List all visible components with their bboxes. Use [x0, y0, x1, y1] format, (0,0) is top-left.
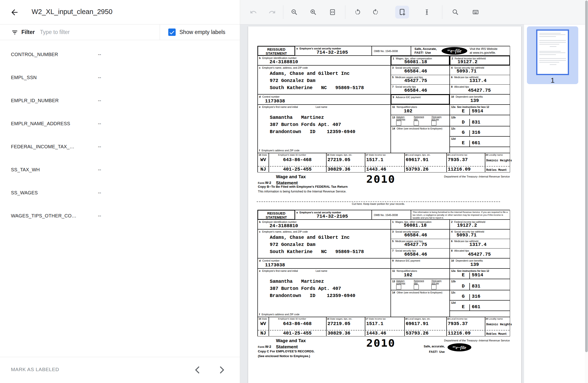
mark-as-labeled-button[interactable]: MARK AS LABELED	[11, 367, 59, 372]
label-row-federal-income-tax[interactable]: FEDERAL_INCOME_TAX_… --	[0, 144, 240, 158]
w2-state-header: 19 Local income tax	[447, 317, 467, 320]
scrollbar-thumb[interactable]	[585, 0, 588, 352]
w2-box-6: 6Medicare tax withheld1317.4	[450, 75, 510, 85]
document-area: REISSUEDSTATEMENTaEmployee's social secu…	[240, 0, 588, 383]
w2-state-header: 20 Locality name	[485, 317, 503, 320]
redo-button[interactable]	[267, 7, 277, 17]
w2-state-col-border	[404, 153, 405, 172]
w2-box-12b: 12bD831	[450, 115, 510, 126]
w2-cut-text: Cut here. Keep lower portion for your re…	[257, 202, 500, 205]
w2-employee-line: Samantha Martinez	[270, 115, 324, 120]
w2-state-value: Robles Mount	[486, 332, 507, 336]
w2-box-e-label2: Last name	[316, 105, 327, 108]
back-icon[interactable]	[10, 8, 19, 17]
w2-box-8: 8Allocated tips45427.75	[450, 84, 510, 94]
w2-state-header: 16 State wages, tips, etc.	[327, 317, 352, 320]
label-row-wages-tips-other[interactable]: WAGES_TIPS_OTHER_CO… --	[0, 213, 240, 227]
rotate-counterclockwise-button[interactable]	[353, 7, 363, 17]
thumbnail-content-line	[539, 33, 561, 34]
w2-state-header: 15 State	[259, 317, 267, 320]
w2-state-value: 401-25-455	[269, 166, 326, 172]
w2-box-12a-value: 5914	[472, 108, 483, 114]
w2-grid: REISSUEDSTATEMENTaEmployee's social secu…	[257, 210, 510, 336]
select-text-button[interactable]	[422, 7, 432, 17]
w2-state-header: 18 Local wages, tips, etc.	[405, 154, 431, 156]
thumbnail-content-line	[539, 51, 561, 52]
w2-box-12a-divider	[469, 273, 470, 279]
thumbnail-content-line	[554, 53, 564, 53]
w2-box-a: aEmployee's social security number714-32…	[295, 46, 372, 56]
w2-box-12c-label: 12c	[451, 127, 457, 130]
thumbnail-content-line	[539, 36, 556, 37]
thumbnail-content-line	[539, 40, 566, 41]
w2-title-line2: Statement	[276, 344, 298, 349]
divider	[442, 5, 442, 19]
w2-state-value: 1443.46	[366, 330, 386, 336]
previous-page-icon[interactable]	[192, 365, 203, 375]
w2-state-value: 27219.05	[328, 321, 350, 326]
search-button[interactable]	[450, 7, 461, 17]
zoom-out-button[interactable]	[289, 7, 299, 17]
w2-reissued-line1: REISSUED	[258, 211, 294, 215]
w2-state-col-border	[485, 153, 485, 172]
w2-state-value: NJ	[258, 330, 269, 336]
thumbnail-panel: 1	[524, 24, 585, 383]
w2-box-12b-label: 12b	[451, 280, 457, 283]
w2-box-12-blank	[450, 311, 510, 317]
w2-state-header: 19 Local income tax	[447, 154, 467, 156]
w2-box-12-blank	[450, 147, 510, 153]
filter-input[interactable]	[40, 27, 140, 37]
w2-state-value: 11216.09	[448, 330, 471, 336]
w2-box-7-value: 66584.46	[404, 252, 427, 257]
next-page-icon[interactable]	[216, 365, 227, 375]
w2-dept-text: Department of the Treasury--Internal Rev…	[424, 175, 510, 178]
label-value: --	[98, 52, 101, 57]
w2-box-11-value: 102	[404, 108, 412, 114]
w2-header-right: Safe, Accurate, FAST! UseIRSe~fileVisit …	[411, 46, 510, 56]
label-name: CONTROL_NUMBER	[11, 52, 58, 57]
add-bounding-box-button[interactable]	[395, 6, 409, 19]
w2-box-2-value: 19127.2	[457, 223, 477, 228]
keyboard-shortcuts-button[interactable]	[470, 7, 481, 17]
rotate-clockwise-button[interactable]	[370, 7, 381, 17]
w2-box-13-checkbox	[414, 121, 419, 125]
w2-box-b-value: 24-3188810	[270, 59, 298, 65]
w2-form-copy-B: REISSUEDSTATEMENTaEmployee's social secu…	[257, 46, 510, 200]
w2-grid: REISSUEDSTATEMENTaEmployee's social secu…	[257, 46, 510, 172]
fit-to-width-button[interactable]	[327, 7, 338, 17]
w2-state-value: 1443.46	[366, 166, 386, 172]
w2-state-value: 27219.05	[328, 157, 350, 162]
w2-box-4: 4Social security tax withheld5093.71	[450, 65, 510, 75]
w2-box-b-value: 24-3188810	[270, 223, 298, 229]
label-row-empl-ssn[interactable]: EMPL_SSN --	[0, 75, 240, 89]
w2-box-13-cb-label: Retirement plan	[414, 116, 424, 121]
label-row-ss-tax-wh[interactable]: SS_TAX_WH --	[0, 167, 240, 181]
thumbnail-content-line	[550, 64, 556, 65]
w2-state-col-border	[446, 317, 447, 336]
zoom-in-button[interactable]	[308, 7, 318, 17]
w2-box-14-label: 14Other (see enclosed Notice to Employee…	[392, 127, 442, 130]
show-empty-labels-checkbox[interactable]	[168, 28, 176, 36]
label-row-control-number[interactable]: CONTROL_NUMBER --	[0, 52, 240, 66]
w2-box-2-value: 19127.2	[458, 59, 478, 65]
w2-promo-visit: Visit the IRS Website at www.irs.gov/efi…	[470, 47, 497, 55]
filter-label: Filter	[21, 29, 35, 35]
w2-box-d-label: dControl number	[259, 95, 279, 98]
label-row-emplr-name-address[interactable]: EMPLR_NAME_ADDRESS --	[0, 121, 240, 135]
w2-dept-text: Department of the Treasury--Internal Rev…	[424, 339, 510, 342]
document-page-canvas[interactable]: REISSUEDSTATEMENTaEmployee's social secu…	[248, 26, 521, 383]
w2-box-3-value: 66584.46	[404, 68, 427, 74]
undo-button[interactable]	[248, 7, 259, 17]
efile-logo: IRSe~file	[441, 47, 467, 55]
w2-state-table: 15 StateEmployer's state ID number16 Sta…	[258, 317, 510, 336]
page-thumbnail[interactable]: 1	[527, 26, 578, 84]
label-name: SS_TAX_WH	[11, 167, 40, 173]
w2-box-f-label: fEmployee's address and ZIP code	[259, 149, 299, 152]
w2-box-a-value: 714-32-2105	[316, 50, 348, 55]
w2-reissued-line2: STATEMENT	[258, 215, 294, 219]
w2-form-copy-C: REISSUEDSTATEMENTaEmployee's social secu…	[257, 210, 510, 364]
w2-box-9-label: 9Advance EIC payment	[393, 96, 421, 99]
label-row-ss-wages[interactable]: SS_WAGES --	[0, 190, 240, 204]
label-value: --	[98, 167, 101, 173]
label-row-emplr-id-number[interactable]: EMPLR_ID_NUMBER --	[0, 98, 240, 112]
